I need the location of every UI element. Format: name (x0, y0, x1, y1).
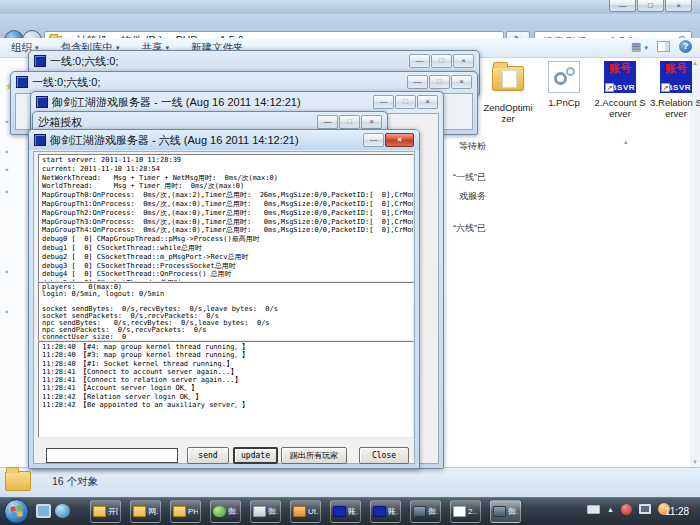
maximize-icon[interactable]: □ (395, 95, 416, 109)
minimize-icon[interactable]: — (317, 115, 338, 129)
taskbar-button-label: 御.. (428, 506, 438, 517)
nav-tree-icon[interactable]: ▪ (5, 186, 9, 197)
maximize-icon[interactable]: □ (429, 75, 450, 89)
update-button[interactable]: update (233, 447, 278, 464)
command-input[interactable] (46, 448, 178, 463)
minimize-icon[interactable]: — (373, 95, 394, 109)
folder-icon (492, 66, 524, 91)
quick-launch-monitor-icon[interactable] (36, 504, 51, 518)
send-button[interactable]: send (187, 447, 229, 464)
taskbar-button[interactable]: 御.. (410, 500, 441, 523)
maximize-icon[interactable]: □ (339, 115, 360, 129)
file-icon-grid: ↗ ZendOptimizer ↗ 1.PnCp (482, 60, 700, 124)
maximize-icon[interactable]: □ (431, 54, 452, 68)
close-icon[interactable]: × (451, 75, 472, 89)
log-console[interactable]: 11:28:40 【#4: map group kernel thread ru… (38, 341, 414, 438)
nav-tree-icon[interactable]: ▪ (5, 146, 9, 157)
close-button[interactable]: Close (359, 447, 409, 464)
fragment-text: 戏服务 (459, 190, 486, 203)
console-line: 11:28:40 【#3: map group kernel thread ru… (42, 351, 413, 359)
taskbar-button-label: 开区 (108, 506, 118, 517)
network-tray-icon[interactable] (639, 504, 651, 514)
dialog-server-line6[interactable]: 御剑江湖游戏服务器 - 六线 (Aug 16 2011 14:12:21) — … (28, 129, 420, 469)
close-icon[interactable]: × (665, 0, 692, 12)
taskbar-button[interactable]: Ut.. (290, 500, 321, 523)
taskbar-button[interactable]: 网.. (130, 500, 161, 523)
console-line: MapGroupTh0:OnProcess: 0ms/次,(max:2),Tim… (42, 191, 413, 200)
item-count-status: 16 个对象 (52, 475, 98, 489)
shortcut-arrow-icon: ↗ (605, 83, 614, 92)
shortcut-arrow-icon: ↗ (661, 83, 670, 92)
minimize-icon[interactable]: — (363, 133, 384, 147)
explorer-caption-buttons: — □ × (609, 0, 692, 12)
tray-expand-icon[interactable]: ▲ (607, 506, 614, 513)
taskbar-button[interactable]: 御.. (250, 500, 281, 523)
minimize-icon[interactable]: — (609, 0, 636, 12)
window-title: 沙箱授权 (38, 115, 82, 130)
dialog-title: 御剑江湖游戏服务器 - 六线 (Aug 16 2011 14:12:21) (50, 133, 299, 148)
restore-icon[interactable]: □ (637, 0, 664, 12)
console-line: WorldThread: Msg + Timer 用时: 0ms/次(max:0… (42, 182, 413, 191)
taskbar-button-label: 账.. (348, 506, 358, 517)
keyboard-tray-icon[interactable] (587, 505, 600, 514)
taskbar-button[interactable]: 账.. (330, 500, 361, 523)
close-icon[interactable]: × (361, 115, 382, 129)
app-icon (36, 96, 48, 108)
views-icon[interactable]: ▦ ▾ (631, 40, 648, 53)
console-line: 11:28:41 【Account server login OK。】 (42, 384, 413, 392)
close-icon[interactable]: × (453, 54, 474, 68)
kick-all-players-button[interactable]: 踢出所有玩家 (281, 447, 347, 464)
scroll-down-icon[interactable]: ▼ (690, 459, 700, 465)
taskbar-button-label: PH.. (188, 507, 198, 516)
explorer-address-row: ← → 计算机软件 (D:)PHPnow-1.5.6 ▸ ▾ ↻ (0, 14, 700, 38)
app-icon (34, 55, 46, 67)
minimize-icon[interactable]: — (409, 54, 430, 68)
nav-tree-icon[interactable]: ▪ (5, 266, 9, 277)
taskbar-button-label: 御.. (508, 506, 518, 517)
taskbar-app-icon (413, 506, 426, 517)
help-icon[interactable]: ? (679, 40, 692, 53)
taskbar-app-icon (93, 506, 106, 517)
stats-console[interactable]: start server: 2011-11-10 11:28:39current… (38, 154, 414, 282)
file-icon-item[interactable]: 账号 PBSVR ↗ 3.Relation Server (650, 60, 700, 124)
nav-tree-icon[interactable]: ▪ (5, 116, 9, 127)
console-line: start server: 2011-11-10 11:28:39 (42, 156, 413, 165)
taskbar-button[interactable]: 开区 (90, 500, 121, 523)
taskbar-button-label: 2.. (468, 507, 477, 516)
scroll-up-icon[interactable]: ▴ (624, 138, 628, 146)
file-icon-label: ZendOptimizer (482, 102, 534, 124)
taskbar: 开区 网.. PH.. 御.. (0, 497, 700, 525)
quick-launch-media-icon[interactable] (55, 504, 70, 518)
close-icon[interactable]: × (417, 95, 438, 109)
file-icon-item[interactable]: ↗ ZendOptimizer (482, 60, 534, 124)
taskbar-button[interactable]: 御.. (210, 500, 241, 523)
nav-tree-icon[interactable]: ▪ (5, 306, 9, 317)
taskbar-button-label: 御.. (268, 506, 278, 517)
close-icon[interactable]: × (385, 133, 414, 147)
taskbar-button[interactable]: PH.. (170, 500, 201, 523)
console-line: NetWorkThread: Msg + Timer + NetMsg用时: 0… (42, 174, 413, 183)
security-tray-icon[interactable] (621, 504, 632, 515)
file-icon-item[interactable]: ↗ 1.PnCp (538, 60, 590, 124)
taskbar-app-icon (213, 506, 226, 517)
console-line: debug2 [ 0] CSocketThread::m_pMsgPort->R… (42, 253, 413, 262)
console-line: connectUser size: 0 (42, 334, 413, 341)
taskbar-button[interactable]: 御.. (490, 500, 521, 523)
traffic-console[interactable]: players: 0(max:0)login: 0/5min, logout: … (38, 282, 414, 341)
console-line: login: 0/5min, logout: 0/5min (42, 291, 413, 298)
app-icon (16, 76, 28, 88)
preview-pane-icon[interactable] (657, 41, 670, 52)
file-icon-item[interactable]: 账号 PBSVR ↗ 2.Account Server (594, 60, 646, 124)
taskbar-button[interactable]: 账.. (370, 500, 401, 523)
window-title: 一线:0;六线:0; (50, 54, 118, 69)
minimize-icon[interactable]: — (407, 75, 428, 89)
start-button[interactable] (4, 499, 29, 524)
explorer-titlebar: — □ × (0, 0, 700, 14)
console-line: 11:28:42 【Relation server login OK。】 (42, 393, 413, 401)
window-title: 一线:0;六线:0; (32, 75, 100, 90)
nav-tree-icon[interactable]: ▪ (5, 164, 9, 175)
console-line: MapGroupTh1:OnProcess: 0ms/次,(max:0),Tim… (42, 200, 413, 209)
taskbar-clock[interactable]: 11:28 (657, 506, 697, 517)
console-line: debug4 [ 0] CSocketThread::OnProcess() 总… (42, 270, 413, 279)
taskbar-button[interactable]: 2.. (450, 500, 481, 523)
